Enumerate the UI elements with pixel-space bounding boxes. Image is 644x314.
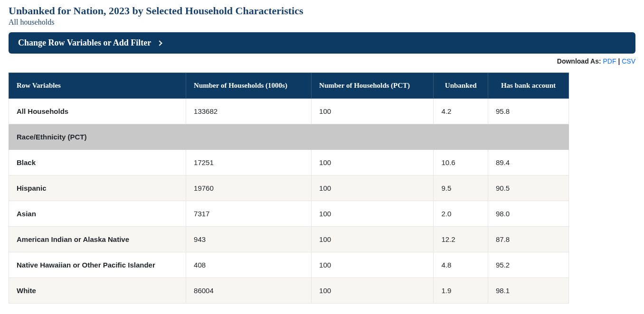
cell: 100 (312, 252, 434, 278)
page-title: Unbanked for Nation, 2023 by Selected Ho… (9, 5, 635, 17)
section-header: Race/Ethnicity (PCT) (9, 124, 569, 150)
cell: 408 (186, 252, 312, 278)
data-table: Row Variables Number of Households (1000… (9, 73, 569, 304)
cell: 95.8 (488, 99, 568, 124)
cell: 12.2 (434, 227, 488, 252)
col-households-1000s: Number of Households (1000s) (186, 73, 312, 99)
separator: | (616, 57, 622, 65)
cell: 100 (312, 175, 434, 201)
cell: 7317 (186, 201, 312, 227)
col-households-pct: Number of Households (PCT) (312, 73, 434, 99)
download-label: Download As: (557, 57, 601, 65)
cell: 89.4 (488, 150, 568, 175)
table-header-row: Row Variables Number of Households (1000… (9, 73, 569, 99)
download-csv-link[interactable]: CSV (622, 57, 635, 65)
cell: 98.0 (488, 201, 568, 227)
cell: 100 (312, 227, 434, 252)
cell: 19760 (186, 175, 312, 201)
chevron-right-icon (157, 40, 162, 46)
table-row: Native Hawaiian or Other Pacific Islande… (9, 252, 569, 278)
table-row: Asian 7317 100 2.0 98.0 (9, 201, 569, 227)
row-label: Native Hawaiian or Other Pacific Islande… (9, 252, 186, 278)
cell: 90.5 (488, 175, 568, 201)
cell: 98.1 (488, 278, 568, 304)
col-has-bank-account: Has bank account (488, 73, 568, 99)
table-row: White 86004 100 1.9 98.1 (9, 278, 569, 304)
col-row-variables: Row Variables (9, 73, 186, 99)
change-row-variables-label: Change Row Variables or Add Filter (18, 38, 151, 48)
cell: 86004 (186, 278, 312, 304)
col-unbanked: Unbanked (434, 73, 488, 99)
row-label: American Indian or Alaska Native (9, 227, 186, 252)
change-row-variables-button[interactable]: Change Row Variables or Add Filter (9, 32, 635, 54)
page-subtitle: All households (9, 18, 635, 27)
row-label: Hispanic (9, 175, 186, 201)
row-label: White (9, 278, 186, 304)
cell: 9.5 (434, 175, 488, 201)
table-row: American Indian or Alaska Native 943 100… (9, 227, 569, 252)
section-row: Race/Ethnicity (PCT) (9, 124, 569, 150)
cell: 2.0 (434, 201, 488, 227)
cell: 1.9 (434, 278, 488, 304)
row-label: All Households (9, 99, 186, 124)
download-row: Download As: PDF | CSV (9, 57, 635, 65)
download-pdf-link[interactable]: PDF (603, 57, 616, 65)
cell: 133682 (186, 99, 312, 124)
table-row: Black 17251 100 10.6 89.4 (9, 150, 569, 175)
table-row: All Households 133682 100 4.2 95.8 (9, 99, 569, 124)
cell: 17251 (186, 150, 312, 175)
cell: 10.6 (434, 150, 488, 175)
row-label: Asian (9, 201, 186, 227)
cell: 943 (186, 227, 312, 252)
cell: 100 (312, 99, 434, 124)
cell: 4.2 (434, 99, 488, 124)
cell: 87.8 (488, 227, 568, 252)
row-label: Black (9, 150, 186, 175)
cell: 4.8 (434, 252, 488, 278)
table-row: Hispanic 19760 100 9.5 90.5 (9, 175, 569, 201)
cell: 95.2 (488, 252, 568, 278)
cell: 100 (312, 201, 434, 227)
cell: 100 (312, 278, 434, 304)
cell: 100 (312, 150, 434, 175)
